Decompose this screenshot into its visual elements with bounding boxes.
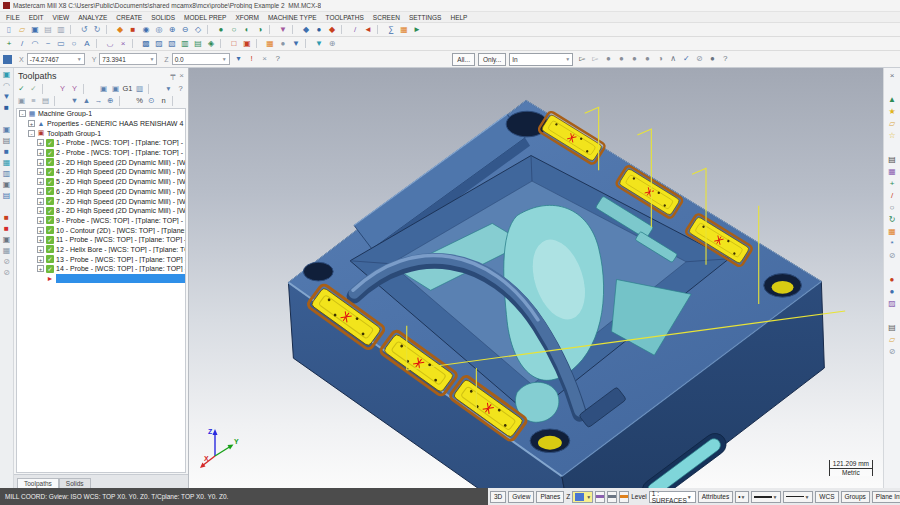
gview-button[interactable]: Gview xyxy=(508,491,534,503)
mru-shade-icon[interactable]: ▤ xyxy=(1,136,12,146)
close-icon[interactable]: × xyxy=(179,71,184,80)
mru-null2-icon[interactable]: ⊘ xyxy=(1,268,12,278)
tree-expand-toggle[interactable]: - xyxy=(19,110,26,117)
tree-row[interactable]: + 4 - 2D High Speed (2D Dynamic Mill) - … xyxy=(17,167,185,177)
select-only-button[interactable]: Only... xyxy=(478,53,506,66)
mru-cube-icon[interactable]: ■ xyxy=(1,103,12,113)
flowline-icon[interactable]: ▤ xyxy=(192,38,204,49)
y-coord-input[interactable]: 73.3941▼ xyxy=(99,53,157,65)
tree-row[interactable]: - Machine Group-1 xyxy=(17,109,185,119)
mru-cam-icon[interactable]: ▦ xyxy=(1,246,12,256)
outline-shade-icon[interactable]: ◑ xyxy=(254,24,266,35)
toolbar-icon[interactable] xyxy=(886,142,898,153)
toolbar-icon[interactable] xyxy=(377,25,382,34)
point-red-icon[interactable]: ● xyxy=(886,274,898,285)
attributes-button[interactable]: Attributes xyxy=(698,491,733,503)
screen-capture-icon[interactable]: ▥ xyxy=(55,24,67,35)
toolbar-icon[interactable] xyxy=(269,25,274,34)
graphics-viewport[interactable]: Z Y X 121.209 mm Metric xyxy=(189,68,883,488)
tree-row[interactable]: + 7 - 2D High Speed (2D Dynamic Mill) - … xyxy=(17,196,185,206)
select-chain-icon[interactable]: ▻ xyxy=(589,54,601,65)
gview-tree-icon[interactable]: ▲ xyxy=(886,94,898,105)
material-icon[interactable]: ▦ xyxy=(886,226,898,237)
menu-item[interactable]: MODEL PREP xyxy=(184,14,226,21)
selection-mode-combo[interactable]: In▼ xyxy=(509,53,573,66)
gnomon-help-icon[interactable]: ? xyxy=(272,54,284,65)
tree-expand-toggle[interactable]: + xyxy=(28,120,35,127)
pin-icon[interactable]: ┯ xyxy=(171,71,176,80)
gnomon-ribbon-icon[interactable] xyxy=(3,55,12,64)
zoom-target-icon[interactable]: ◎ xyxy=(153,24,165,35)
select-verify-icon[interactable]: ✓ xyxy=(680,54,692,65)
level-combo[interactable]: 1 : SURFACES▼ xyxy=(649,491,696,503)
pencil-icon[interactable]: / xyxy=(349,24,361,35)
toolbar-icon[interactable] xyxy=(83,84,95,94)
create-plane-icon[interactable]: + xyxy=(886,178,898,189)
view-3d-button[interactable]: 3D xyxy=(490,491,506,503)
tree-expand-toggle[interactable]: + xyxy=(37,139,44,146)
highfeed-icon[interactable]: ▥ xyxy=(134,84,145,94)
translucent-icon[interactable]: ◐ xyxy=(241,24,253,35)
tree-row[interactable]: + 3 - 2D High Speed (2D Dynamic Mill) - … xyxy=(17,157,185,167)
move-up-icon[interactable]: ▲ xyxy=(81,96,92,106)
plane-info-button[interactable]: Plane Info: Abs xyxy=(872,491,900,503)
analyze-icon[interactable]: ◆ xyxy=(300,24,312,35)
tree-expand-toggle[interactable]: + xyxy=(37,188,44,195)
mru-layer-icon[interactable]: ▣ xyxy=(1,180,12,190)
loft-icon[interactable]: ▨ xyxy=(153,38,165,49)
menu-item[interactable]: TOOLPATHS xyxy=(326,14,364,21)
panel-help-icon[interactable]: ? xyxy=(175,84,186,94)
viewport-close-icon[interactable]: × xyxy=(886,70,898,81)
z-coord-input[interactable]: 0.0▼ xyxy=(172,53,230,65)
toolbar-icon[interactable] xyxy=(256,39,261,48)
no-entity-icon[interactable]: ⊘ xyxy=(886,250,898,261)
toolbar-icon[interactable] xyxy=(42,84,54,94)
menu-item[interactable]: HELP xyxy=(450,14,467,21)
tree-row[interactable]: + Properties - GENERIC HAAS RENISHAW 4 -… xyxy=(17,119,185,129)
tree-row[interactable]: + 1 - Probe - [WCS: TOP] - [Tplane: TOP]… xyxy=(17,138,185,148)
post-icon[interactable]: ▼ xyxy=(290,38,302,49)
wireframe-icon[interactable]: ○ xyxy=(228,24,240,35)
sweep-icon[interactable]: ▧ xyxy=(166,38,178,49)
fillet-icon[interactable]: ◡ xyxy=(104,38,116,49)
warning-icon[interactable]: ! xyxy=(246,54,258,65)
tree-row[interactable] xyxy=(17,274,185,284)
sum-icon[interactable]: ∑ xyxy=(385,24,397,35)
toolbar-icon[interactable] xyxy=(292,25,297,34)
print-icon[interactable]: ▤ xyxy=(42,24,54,35)
regen-selected-icon[interactable]: Y xyxy=(57,84,68,94)
text-icon[interactable]: A xyxy=(81,38,93,49)
tree-row[interactable]: + 10 - Contour (2D) - [WCS: TOP] - [Tpla… xyxy=(17,225,185,235)
select-flip-icon[interactable]: ◑ xyxy=(654,54,666,65)
tree-expand-toggle[interactable]: + xyxy=(37,217,44,224)
tree-row[interactable]: + 14 - Probe - [WCS: TOP] - [Tplane: TOP… xyxy=(17,264,185,274)
save-icon[interactable]: ▣ xyxy=(29,24,41,35)
zoom-out-icon[interactable]: ⊖ xyxy=(179,24,191,35)
feed-percent-icon[interactable]: % xyxy=(134,96,145,106)
fit-screen-icon[interactable]: ◇ xyxy=(192,24,204,35)
toolbar-icon[interactable] xyxy=(1,114,12,124)
line-width-combo[interactable]: ▼ xyxy=(783,491,813,503)
simulator-icon[interactable]: ● xyxy=(277,38,289,49)
post-selected-icon[interactable]: G1 xyxy=(122,84,133,94)
tree-row[interactable]: + 12 - Helix Bore - [WCS: TOP] - [Tplane… xyxy=(17,245,185,255)
gview-menu-icon[interactable]: ▼ xyxy=(277,24,289,35)
toolbar-icon[interactable] xyxy=(96,39,101,48)
autocursor-point-icon[interactable]: + xyxy=(3,38,15,49)
delete-icon[interactable]: ■ xyxy=(127,24,139,35)
spline-icon[interactable]: ~ xyxy=(42,38,54,49)
toolpaths-panel-header[interactable]: Toolpaths ┯ × xyxy=(14,68,188,83)
view-sheets-icon[interactable]: ▱ xyxy=(886,118,898,129)
point-type-combo[interactable]: •▼ xyxy=(735,491,749,503)
point-blue-icon[interactable]: ● xyxy=(886,286,898,297)
pocket-icon[interactable]: ▣ xyxy=(241,38,253,49)
mru-view-icon[interactable]: ▣ xyxy=(1,125,12,135)
edit-geometry-icon[interactable]: / xyxy=(886,190,898,201)
bookmark-icon[interactable]: ☆ xyxy=(886,130,898,141)
sheet-orange-icon[interactable]: ▦ xyxy=(398,24,410,35)
wcs-button[interactable]: WCS xyxy=(815,491,838,503)
toolbar-icon[interactable] xyxy=(886,82,898,93)
globe-icon[interactable]: ● xyxy=(313,24,325,35)
undo-icon[interactable]: ↺ xyxy=(78,24,90,35)
menu-item[interactable]: EDIT xyxy=(29,14,44,21)
